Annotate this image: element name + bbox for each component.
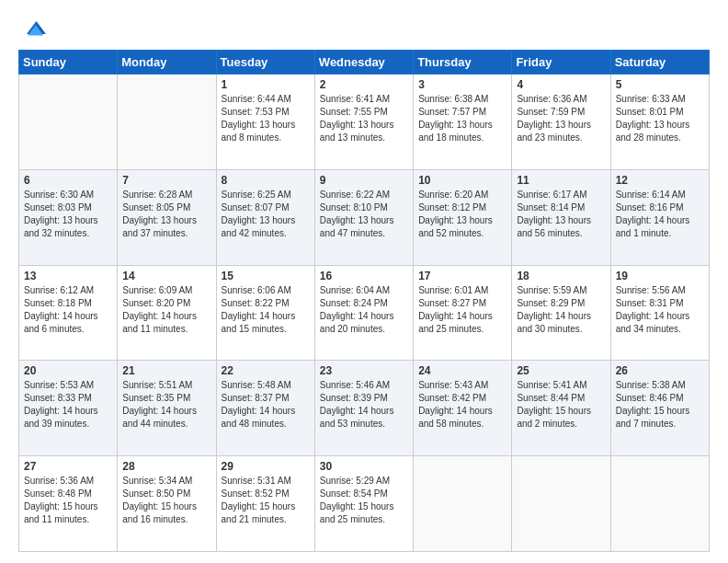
- logo: [18, 15, 46, 40]
- day-info: Sunrise: 6:44 AM Sunset: 7:53 PM Dayligh…: [222, 93, 310, 144]
- day-info: Sunrise: 5:46 AM Sunset: 8:39 PM Dayligh…: [320, 379, 408, 431]
- calendar-header-monday: Monday: [118, 51, 216, 75]
- calendar-cell: [19, 75, 118, 170]
- calendar-cell: 17Sunrise: 6:01 AM Sunset: 8:27 PM Dayli…: [414, 265, 512, 361]
- day-info: Sunrise: 5:51 AM Sunset: 8:35 PM Dayligh…: [122, 379, 210, 431]
- day-info: Sunrise: 5:41 AM Sunset: 8:44 PM Dayligh…: [517, 379, 605, 431]
- calendar-cell: 16Sunrise: 6:04 AM Sunset: 8:24 PM Dayli…: [314, 265, 413, 361]
- day-number: 20: [24, 364, 112, 377]
- day-number: 4: [517, 78, 605, 91]
- calendar-week-row: 20Sunrise: 5:53 AM Sunset: 8:33 PM Dayli…: [19, 361, 710, 456]
- calendar-cell: [414, 456, 512, 552]
- calendar-cell: 5Sunrise: 6:33 AM Sunset: 8:01 PM Daylig…: [610, 75, 709, 170]
- calendar-cell: 10Sunrise: 6:20 AM Sunset: 8:12 PM Dayli…: [414, 169, 512, 265]
- calendar-week-row: 13Sunrise: 6:12 AM Sunset: 8:18 PM Dayli…: [19, 265, 710, 361]
- day-number: 17: [418, 270, 506, 282]
- day-number: 1: [222, 78, 310, 91]
- day-info: Sunrise: 6:09 AM Sunset: 8:20 PM Dayligh…: [122, 284, 210, 336]
- day-info: Sunrise: 6:01 AM Sunset: 8:27 PM Dayligh…: [418, 284, 506, 336]
- day-info: Sunrise: 5:59 AM Sunset: 8:29 PM Dayligh…: [517, 284, 605, 336]
- calendar-cell: 8Sunrise: 6:25 AM Sunset: 8:07 PM Daylig…: [216, 169, 314, 265]
- calendar-table: SundayMondayTuesdayWednesdayThursdayFrid…: [18, 50, 710, 552]
- header: [18, 15, 710, 40]
- day-number: 16: [320, 270, 408, 282]
- calendar-cell: 20Sunrise: 5:53 AM Sunset: 8:33 PM Dayli…: [19, 361, 118, 456]
- calendar-cell: 18Sunrise: 5:59 AM Sunset: 8:29 PM Dayli…: [512, 265, 610, 361]
- calendar-cell: 28Sunrise: 5:34 AM Sunset: 8:50 PM Dayli…: [118, 456, 216, 552]
- calendar-cell: 29Sunrise: 5:31 AM Sunset: 8:52 PM Dayli…: [216, 456, 314, 552]
- calendar-cell: 22Sunrise: 5:48 AM Sunset: 8:37 PM Dayli…: [216, 361, 314, 456]
- day-number: 5: [616, 78, 704, 91]
- day-number: 30: [320, 460, 408, 473]
- calendar-header-saturday: Saturday: [610, 51, 709, 75]
- day-number: 19: [616, 270, 704, 282]
- day-number: 9: [320, 174, 408, 187]
- day-number: 12: [616, 174, 704, 187]
- day-number: 2: [320, 78, 408, 91]
- day-number: 23: [320, 364, 408, 377]
- day-number: 6: [24, 174, 112, 187]
- day-number: 27: [24, 460, 112, 473]
- calendar-cell: [118, 75, 216, 170]
- calendar-header-tuesday: Tuesday: [216, 51, 314, 75]
- logo-icon: [20, 15, 46, 40]
- day-number: 29: [222, 460, 310, 473]
- day-info: Sunrise: 5:36 AM Sunset: 8:48 PM Dayligh…: [24, 475, 112, 526]
- calendar-week-row: 27Sunrise: 5:36 AM Sunset: 8:48 PM Dayli…: [19, 456, 710, 552]
- calendar-cell: 21Sunrise: 5:51 AM Sunset: 8:35 PM Dayli…: [118, 361, 216, 456]
- calendar-cell: 25Sunrise: 5:41 AM Sunset: 8:44 PM Dayli…: [512, 361, 610, 456]
- day-info: Sunrise: 6:33 AM Sunset: 8:01 PM Dayligh…: [616, 93, 704, 144]
- calendar-header-friday: Friday: [512, 51, 610, 75]
- calendar-cell: 30Sunrise: 5:29 AM Sunset: 8:54 PM Dayli…: [314, 456, 413, 552]
- calendar-header-sunday: Sunday: [19, 51, 118, 75]
- calendar-cell: 11Sunrise: 6:17 AM Sunset: 8:14 PM Dayli…: [512, 169, 610, 265]
- calendar-cell: 12Sunrise: 6:14 AM Sunset: 8:16 PM Dayli…: [610, 169, 709, 265]
- day-number: 14: [122, 270, 210, 282]
- day-number: 25: [517, 364, 605, 377]
- calendar-cell: 9Sunrise: 6:22 AM Sunset: 8:10 PM Daylig…: [314, 169, 413, 265]
- day-number: 24: [418, 364, 506, 377]
- calendar-cell: 7Sunrise: 6:28 AM Sunset: 8:05 PM Daylig…: [118, 169, 216, 265]
- day-info: Sunrise: 6:17 AM Sunset: 8:14 PM Dayligh…: [517, 189, 605, 240]
- day-info: Sunrise: 6:38 AM Sunset: 7:57 PM Dayligh…: [418, 93, 506, 144]
- day-number: 3: [418, 78, 506, 91]
- day-info: Sunrise: 6:20 AM Sunset: 8:12 PM Dayligh…: [418, 189, 506, 240]
- day-info: Sunrise: 6:22 AM Sunset: 8:10 PM Dayligh…: [320, 189, 408, 240]
- calendar-cell: 23Sunrise: 5:46 AM Sunset: 8:39 PM Dayli…: [314, 361, 413, 456]
- calendar-cell: 2Sunrise: 6:41 AM Sunset: 7:55 PM Daylig…: [314, 75, 413, 170]
- calendar-header-row: SundayMondayTuesdayWednesdayThursdayFrid…: [19, 51, 710, 75]
- day-info: Sunrise: 5:29 AM Sunset: 8:54 PM Dayligh…: [320, 475, 408, 526]
- day-number: 21: [122, 364, 210, 377]
- calendar-cell: 24Sunrise: 5:43 AM Sunset: 8:42 PM Dayli…: [414, 361, 512, 456]
- day-number: 7: [122, 174, 210, 187]
- day-info: Sunrise: 6:41 AM Sunset: 7:55 PM Dayligh…: [320, 93, 408, 144]
- calendar-week-row: 6Sunrise: 6:30 AM Sunset: 8:03 PM Daylig…: [19, 169, 710, 265]
- day-number: 22: [222, 364, 310, 377]
- day-info: Sunrise: 5:56 AM Sunset: 8:31 PM Dayligh…: [616, 284, 704, 336]
- calendar-cell: 3Sunrise: 6:38 AM Sunset: 7:57 PM Daylig…: [414, 75, 512, 170]
- day-info: Sunrise: 6:04 AM Sunset: 8:24 PM Dayligh…: [320, 284, 408, 336]
- calendar-cell: 14Sunrise: 6:09 AM Sunset: 8:20 PM Dayli…: [118, 265, 216, 361]
- calendar-header-thursday: Thursday: [414, 51, 512, 75]
- calendar-cell: 6Sunrise: 6:30 AM Sunset: 8:03 PM Daylig…: [19, 169, 118, 265]
- day-info: Sunrise: 6:25 AM Sunset: 8:07 PM Dayligh…: [222, 189, 310, 240]
- day-info: Sunrise: 5:38 AM Sunset: 8:46 PM Dayligh…: [616, 379, 704, 431]
- calendar-cell: [512, 456, 610, 552]
- day-number: 10: [418, 174, 506, 187]
- day-info: Sunrise: 5:34 AM Sunset: 8:50 PM Dayligh…: [122, 475, 210, 526]
- day-info: Sunrise: 5:43 AM Sunset: 8:42 PM Dayligh…: [418, 379, 506, 431]
- day-number: 11: [517, 174, 605, 187]
- day-info: Sunrise: 6:06 AM Sunset: 8:22 PM Dayligh…: [222, 284, 310, 336]
- calendar-cell: 13Sunrise: 6:12 AM Sunset: 8:18 PM Dayli…: [19, 265, 118, 361]
- day-info: Sunrise: 5:48 AM Sunset: 8:37 PM Dayligh…: [222, 379, 310, 431]
- calendar-cell: 4Sunrise: 6:36 AM Sunset: 7:59 PM Daylig…: [512, 75, 610, 170]
- day-info: Sunrise: 6:12 AM Sunset: 8:18 PM Dayligh…: [24, 284, 112, 336]
- day-number: 18: [517, 270, 605, 282]
- day-number: 8: [222, 174, 310, 187]
- page: SundayMondayTuesdayWednesdayThursdayFrid…: [0, 0, 728, 563]
- calendar-week-row: 1Sunrise: 6:44 AM Sunset: 7:53 PM Daylig…: [19, 75, 710, 170]
- calendar-cell: 19Sunrise: 5:56 AM Sunset: 8:31 PM Dayli…: [610, 265, 709, 361]
- day-info: Sunrise: 5:31 AM Sunset: 8:52 PM Dayligh…: [222, 475, 310, 526]
- day-number: 28: [122, 460, 210, 473]
- calendar-cell: 1Sunrise: 6:44 AM Sunset: 7:53 PM Daylig…: [216, 75, 314, 170]
